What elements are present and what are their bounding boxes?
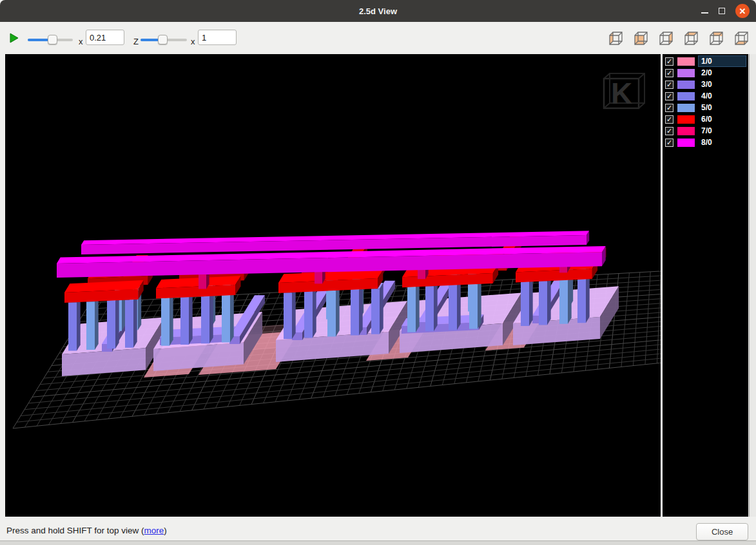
play-icon xyxy=(9,33,19,43)
main-area: K ✓1/0✓2/0✓3/0✓4/0✓5/0✓6/0✓7/0✓8/0 xyxy=(0,54,756,517)
layer-color-swatch[interactable] xyxy=(677,115,695,124)
statusbar: Press and hold SHIFT for top view (more)… xyxy=(0,517,756,545)
x-scale-prefix-label: x xyxy=(79,37,83,46)
x-scale-slider[interactable] xyxy=(28,35,73,45)
layer-list-panel: ✓1/0✓2/0✓3/0✓4/0✓5/0✓6/0✓7/0✓8/0 xyxy=(663,54,748,517)
cube-right-face-icon xyxy=(658,30,674,46)
layer-row-4-0[interactable]: ✓4/0 xyxy=(663,90,748,102)
layer-visibility-checkbox[interactable]: ✓ xyxy=(665,127,674,135)
layer-name-label: 5/0 xyxy=(698,102,746,113)
layer-name-label: 7/0 xyxy=(698,125,746,137)
back-view-button[interactable] xyxy=(708,30,724,46)
titlebar: 2.5d View ✕ xyxy=(0,0,756,22)
maximize-icon xyxy=(719,8,725,14)
layer-row-6-0[interactable]: ✓6/0 xyxy=(663,113,748,125)
z-scale-prefix-label: x xyxy=(191,37,195,46)
layer-color-swatch[interactable] xyxy=(677,92,695,100)
more-link[interactable]: more xyxy=(144,526,164,535)
slider-handle[interactable] xyxy=(158,35,168,44)
layer-name-label: 6/0 xyxy=(698,113,746,125)
layer-name-label: 2/0 xyxy=(698,67,746,79)
layer-row-1-0[interactable]: ✓1/0 xyxy=(663,55,748,67)
z-scale-slider[interactable] xyxy=(141,35,187,45)
close-window-button[interactable]: ✕ xyxy=(735,4,750,18)
layer-color-swatch[interactable] xyxy=(677,127,695,135)
layer-row-8-0[interactable]: ✓8/0 xyxy=(663,137,748,148)
bottom-view-button[interactable] xyxy=(733,30,750,46)
layer-visibility-checkbox[interactable]: ✓ xyxy=(665,115,674,124)
layer-visibility-checkbox[interactable]: ✓ xyxy=(665,69,674,77)
window-controls: ✕ xyxy=(701,0,750,22)
front-view-button[interactable] xyxy=(632,30,649,46)
svg-text:K: K xyxy=(611,77,632,110)
3d-scene[interactable]: K xyxy=(5,54,661,517)
layer-color-swatch[interactable] xyxy=(677,57,695,66)
minimize-icon xyxy=(701,12,708,14)
left-view-button[interactable] xyxy=(607,30,624,46)
layer-visibility-checkbox[interactable]: ✓ xyxy=(665,81,674,89)
layer-row-2-0[interactable]: ✓2/0 xyxy=(663,67,748,79)
layer-color-swatch[interactable] xyxy=(677,81,695,89)
z-scale-label: Z xyxy=(133,37,139,46)
3d-viewport[interactable]: K xyxy=(5,54,661,517)
layer-name-label: 4/0 xyxy=(698,90,746,102)
x-scale-input[interactable] xyxy=(86,30,124,45)
layer-visibility-checkbox[interactable]: ✓ xyxy=(665,92,674,100)
cube-left-face-icon xyxy=(608,30,624,46)
klayout-watermark: K xyxy=(604,73,645,110)
layer-visibility-checkbox[interactable]: ✓ xyxy=(665,57,674,66)
play-animation-button[interactable] xyxy=(9,33,19,43)
background-window-edge xyxy=(749,54,756,517)
layer-row-7-0[interactable]: ✓7/0 xyxy=(663,125,748,137)
minimize-button[interactable] xyxy=(701,8,708,14)
layer-color-swatch[interactable] xyxy=(677,104,695,112)
maximize-button[interactable] xyxy=(719,8,725,14)
close-icon: ✕ xyxy=(735,4,750,18)
z-scale-input[interactable] xyxy=(198,30,237,45)
background-window-bottom xyxy=(0,540,756,545)
close-dialog-button[interactable]: Close xyxy=(696,523,748,540)
layer-row-5-0[interactable]: ✓5/0 xyxy=(663,102,748,113)
toolbar: x Z x xyxy=(0,22,756,54)
layer-color-swatch[interactable] xyxy=(677,139,695,147)
right-view-button[interactable] xyxy=(657,30,674,46)
window-title: 2.5d View xyxy=(359,6,397,16)
layer-name-label: 8/0 xyxy=(698,137,746,148)
view-orientation-buttons xyxy=(607,30,750,46)
top-view-button[interactable] xyxy=(683,30,699,46)
slider-handle[interactable] xyxy=(48,35,57,44)
layer-color-swatch[interactable] xyxy=(677,69,695,77)
cube-back-face-icon xyxy=(708,30,724,46)
layer-visibility-checkbox[interactable]: ✓ xyxy=(665,139,674,147)
cube-top-face-icon xyxy=(683,30,699,46)
layer-name-label: 3/0 xyxy=(698,79,746,90)
layer-row-3-0[interactable]: ✓3/0 xyxy=(663,79,748,90)
cube-bottom-face-icon xyxy=(733,30,750,46)
layer-visibility-checkbox[interactable]: ✓ xyxy=(665,104,674,112)
shift-hint-text: Press and hold SHIFT for top view (more) xyxy=(6,526,167,535)
layer-name-label: 1/0 xyxy=(698,55,746,67)
dialog-2-5d-view: 2.5d View ✕ x Z x xyxy=(0,0,756,545)
cube-front-face-icon xyxy=(633,30,649,46)
